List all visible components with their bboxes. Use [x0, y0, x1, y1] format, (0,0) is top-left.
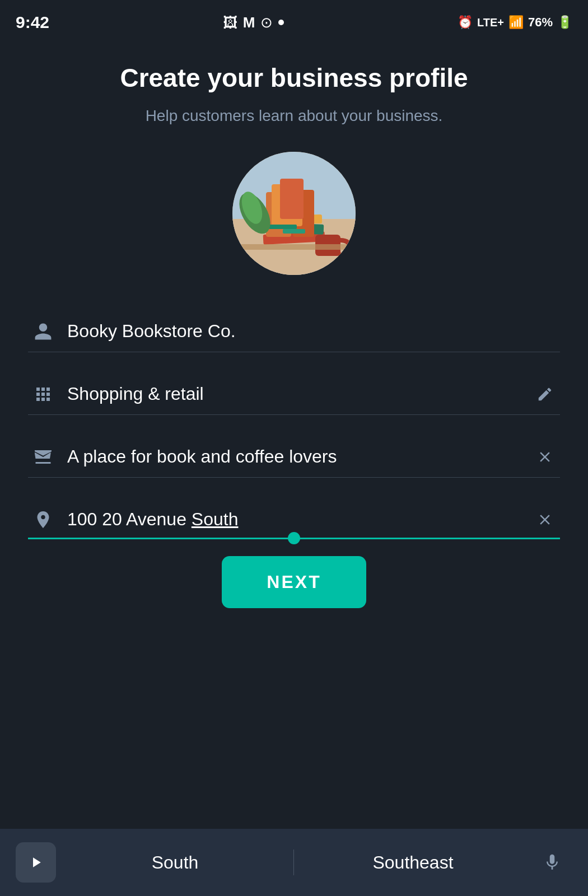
page-title: Create your business profile [28, 63, 560, 94]
clear-description-button[interactable] [530, 449, 560, 465]
keyboard-expand-button[interactable] [16, 842, 56, 883]
svg-rect-14 [232, 244, 356, 250]
mail-icon: M [243, 14, 255, 31]
store-icon [28, 447, 58, 467]
category-icon [28, 384, 58, 404]
location-icon [28, 510, 58, 530]
description-value[interactable]: A place for book and coffee lovers [58, 446, 530, 467]
address-value[interactable]: 100 20 Avenue South [58, 509, 530, 530]
battery-icon: 🔋 [557, 15, 572, 30]
category-value[interactable]: Shopping & retail [58, 384, 530, 404]
business-name-value[interactable]: Booky Bookstore Co. [58, 321, 560, 342]
status-icons: 🖼 M ⊙ [223, 14, 284, 31]
svg-rect-10 [283, 229, 305, 234]
svg-rect-8 [280, 179, 304, 219]
alarm-icon: ⏰ [458, 15, 473, 30]
lte-label: LTE+ [477, 16, 504, 29]
page-subtitle: Help customers learn about your business… [28, 107, 560, 125]
svg-rect-9 [269, 225, 297, 229]
person-icon [28, 321, 58, 342]
address-field[interactable]: 100 20 Avenue South [28, 493, 560, 539]
signal-icon: 📶 [508, 15, 524, 30]
description-field[interactable]: A place for book and coffee lovers [28, 431, 560, 478]
avatar[interactable] [232, 152, 356, 275]
next-button-container: NEXT [28, 556, 560, 608]
address-prefix: 100 20 Avenue [67, 509, 192, 529]
microphone-button[interactable] [532, 842, 572, 883]
instagram-icon: ⊙ [260, 14, 273, 31]
photo-icon: 🖼 [223, 14, 237, 31]
suggestion-south[interactable]: South [56, 847, 294, 879]
cursor-dot [288, 532, 300, 544]
battery-label: 76% [528, 15, 553, 30]
main-content: Create your business profile Help custom… [0, 40, 588, 608]
address-underlined: South [192, 509, 239, 529]
status-time: 9:42 [16, 13, 49, 32]
edit-category-button[interactable] [530, 386, 560, 403]
next-button[interactable]: NEXT [222, 556, 366, 608]
business-name-field[interactable]: Booky Bookstore Co. [28, 305, 560, 352]
avatar-container[interactable] [28, 152, 560, 275]
category-field[interactable]: Shopping & retail [28, 368, 560, 415]
suggestion-southeast[interactable]: Southeast [294, 847, 532, 879]
dot-indicator [278, 20, 284, 25]
clear-address-button[interactable] [530, 511, 560, 528]
keyboard-bar: South Southeast [0, 829, 588, 896]
status-bar: 9:42 🖼 M ⊙ ⏰ LTE+ 📶 76% 🔋 [0, 0, 588, 40]
status-right: ⏰ LTE+ 📶 76% 🔋 [458, 15, 572, 30]
keyboard-suggestions: South Southeast [56, 847, 532, 879]
